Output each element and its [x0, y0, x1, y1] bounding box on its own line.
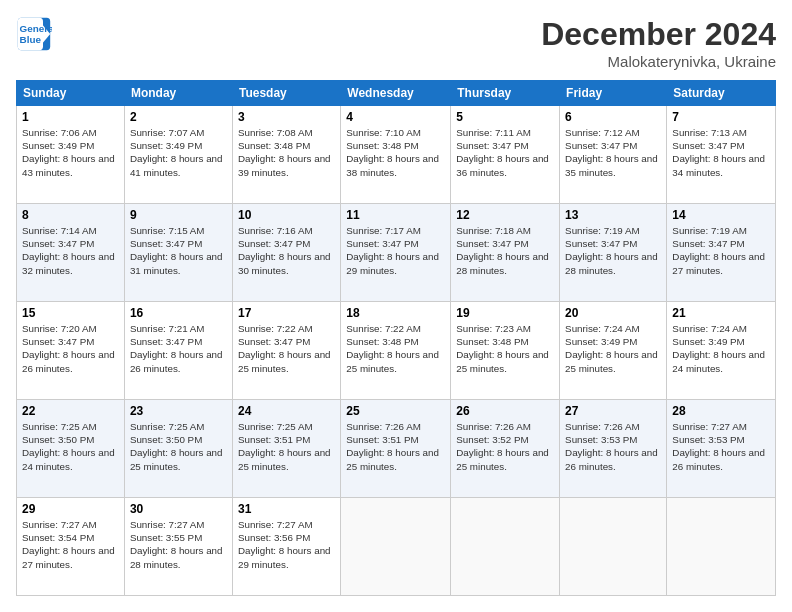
day-info: Sunrise: 7:26 AMSunset: 3:53 PMDaylight:… [565, 421, 658, 472]
day-info: Sunrise: 7:27 AMSunset: 3:54 PMDaylight:… [22, 519, 115, 570]
calendar-cell [341, 498, 451, 596]
month-title: December 2024 [541, 16, 776, 53]
day-number: 24 [238, 404, 335, 418]
day-info: Sunrise: 7:26 AMSunset: 3:52 PMDaylight:… [456, 421, 549, 472]
calendar-week-row: 22Sunrise: 7:25 AMSunset: 3:50 PMDayligh… [17, 400, 776, 498]
day-info: Sunrise: 7:16 AMSunset: 3:47 PMDaylight:… [238, 225, 331, 276]
header: General Blue December 2024 Malokateryniv… [16, 16, 776, 70]
day-info: Sunrise: 7:13 AMSunset: 3:47 PMDaylight:… [672, 127, 765, 178]
day-info: Sunrise: 7:22 AMSunset: 3:48 PMDaylight:… [346, 323, 439, 374]
day-info: Sunrise: 7:18 AMSunset: 3:47 PMDaylight:… [456, 225, 549, 276]
day-info: Sunrise: 7:11 AMSunset: 3:47 PMDaylight:… [456, 127, 549, 178]
day-info: Sunrise: 7:08 AMSunset: 3:48 PMDaylight:… [238, 127, 331, 178]
day-number: 17 [238, 306, 335, 320]
calendar-cell: 16Sunrise: 7:21 AMSunset: 3:47 PMDayligh… [124, 302, 232, 400]
logo-icon: General Blue [16, 16, 52, 52]
calendar-cell: 27Sunrise: 7:26 AMSunset: 3:53 PMDayligh… [560, 400, 667, 498]
day-number: 27 [565, 404, 661, 418]
calendar-cell: 17Sunrise: 7:22 AMSunset: 3:47 PMDayligh… [232, 302, 340, 400]
day-info: Sunrise: 7:07 AMSunset: 3:49 PMDaylight:… [130, 127, 223, 178]
day-info: Sunrise: 7:19 AMSunset: 3:47 PMDaylight:… [565, 225, 658, 276]
calendar-week-row: 15Sunrise: 7:20 AMSunset: 3:47 PMDayligh… [17, 302, 776, 400]
calendar-week-row: 8Sunrise: 7:14 AMSunset: 3:47 PMDaylight… [17, 204, 776, 302]
day-number: 1 [22, 110, 119, 124]
col-saturday: Saturday [667, 81, 776, 106]
day-number: 2 [130, 110, 227, 124]
calendar-cell: 31Sunrise: 7:27 AMSunset: 3:56 PMDayligh… [232, 498, 340, 596]
calendar-cell: 25Sunrise: 7:26 AMSunset: 3:51 PMDayligh… [341, 400, 451, 498]
calendar-cell: 20Sunrise: 7:24 AMSunset: 3:49 PMDayligh… [560, 302, 667, 400]
day-info: Sunrise: 7:12 AMSunset: 3:47 PMDaylight:… [565, 127, 658, 178]
col-wednesday: Wednesday [341, 81, 451, 106]
day-number: 14 [672, 208, 770, 222]
day-info: Sunrise: 7:14 AMSunset: 3:47 PMDaylight:… [22, 225, 115, 276]
calendar-cell: 29Sunrise: 7:27 AMSunset: 3:54 PMDayligh… [17, 498, 125, 596]
day-number: 16 [130, 306, 227, 320]
day-number: 10 [238, 208, 335, 222]
day-number: 30 [130, 502, 227, 516]
location: Malokaterynivka, Ukraine [541, 53, 776, 70]
day-info: Sunrise: 7:20 AMSunset: 3:47 PMDaylight:… [22, 323, 115, 374]
day-info: Sunrise: 7:23 AMSunset: 3:48 PMDaylight:… [456, 323, 549, 374]
day-number: 8 [22, 208, 119, 222]
day-number: 13 [565, 208, 661, 222]
day-info: Sunrise: 7:27 AMSunset: 3:53 PMDaylight:… [672, 421, 765, 472]
calendar-header-row: Sunday Monday Tuesday Wednesday Thursday… [17, 81, 776, 106]
calendar-cell: 8Sunrise: 7:14 AMSunset: 3:47 PMDaylight… [17, 204, 125, 302]
calendar-cell: 21Sunrise: 7:24 AMSunset: 3:49 PMDayligh… [667, 302, 776, 400]
calendar-week-row: 29Sunrise: 7:27 AMSunset: 3:54 PMDayligh… [17, 498, 776, 596]
calendar-table: Sunday Monday Tuesday Wednesday Thursday… [16, 80, 776, 596]
calendar-cell: 23Sunrise: 7:25 AMSunset: 3:50 PMDayligh… [124, 400, 232, 498]
day-info: Sunrise: 7:25 AMSunset: 3:50 PMDaylight:… [130, 421, 223, 472]
day-info: Sunrise: 7:27 AMSunset: 3:55 PMDaylight:… [130, 519, 223, 570]
calendar-week-row: 1Sunrise: 7:06 AMSunset: 3:49 PMDaylight… [17, 106, 776, 204]
day-number: 25 [346, 404, 445, 418]
logo: General Blue [16, 16, 56, 52]
day-info: Sunrise: 7:26 AMSunset: 3:51 PMDaylight:… [346, 421, 439, 472]
calendar-cell: 10Sunrise: 7:16 AMSunset: 3:47 PMDayligh… [232, 204, 340, 302]
day-number: 31 [238, 502, 335, 516]
day-number: 3 [238, 110, 335, 124]
day-number: 29 [22, 502, 119, 516]
day-number: 6 [565, 110, 661, 124]
calendar-cell: 3Sunrise: 7:08 AMSunset: 3:48 PMDaylight… [232, 106, 340, 204]
col-friday: Friday [560, 81, 667, 106]
calendar-cell: 11Sunrise: 7:17 AMSunset: 3:47 PMDayligh… [341, 204, 451, 302]
day-number: 23 [130, 404, 227, 418]
day-number: 21 [672, 306, 770, 320]
svg-text:Blue: Blue [20, 34, 42, 45]
calendar-cell: 6Sunrise: 7:12 AMSunset: 3:47 PMDaylight… [560, 106, 667, 204]
calendar-cell: 13Sunrise: 7:19 AMSunset: 3:47 PMDayligh… [560, 204, 667, 302]
calendar-cell: 19Sunrise: 7:23 AMSunset: 3:48 PMDayligh… [451, 302, 560, 400]
calendar-cell: 30Sunrise: 7:27 AMSunset: 3:55 PMDayligh… [124, 498, 232, 596]
day-number: 7 [672, 110, 770, 124]
day-number: 12 [456, 208, 554, 222]
day-info: Sunrise: 7:19 AMSunset: 3:47 PMDaylight:… [672, 225, 765, 276]
calendar-cell [560, 498, 667, 596]
day-number: 19 [456, 306, 554, 320]
day-info: Sunrise: 7:22 AMSunset: 3:47 PMDaylight:… [238, 323, 331, 374]
calendar-cell: 4Sunrise: 7:10 AMSunset: 3:48 PMDaylight… [341, 106, 451, 204]
day-number: 5 [456, 110, 554, 124]
day-info: Sunrise: 7:06 AMSunset: 3:49 PMDaylight:… [22, 127, 115, 178]
col-tuesday: Tuesday [232, 81, 340, 106]
calendar-cell [451, 498, 560, 596]
day-info: Sunrise: 7:24 AMSunset: 3:49 PMDaylight:… [565, 323, 658, 374]
day-number: 9 [130, 208, 227, 222]
svg-text:General: General [20, 23, 52, 34]
calendar-cell: 2Sunrise: 7:07 AMSunset: 3:49 PMDaylight… [124, 106, 232, 204]
day-number: 22 [22, 404, 119, 418]
calendar-cell: 7Sunrise: 7:13 AMSunset: 3:47 PMDaylight… [667, 106, 776, 204]
day-number: 18 [346, 306, 445, 320]
calendar-cell: 22Sunrise: 7:25 AMSunset: 3:50 PMDayligh… [17, 400, 125, 498]
day-number: 4 [346, 110, 445, 124]
calendar-cell: 15Sunrise: 7:20 AMSunset: 3:47 PMDayligh… [17, 302, 125, 400]
calendar-cell [667, 498, 776, 596]
calendar-cell: 28Sunrise: 7:27 AMSunset: 3:53 PMDayligh… [667, 400, 776, 498]
day-info: Sunrise: 7:10 AMSunset: 3:48 PMDaylight:… [346, 127, 439, 178]
day-info: Sunrise: 7:27 AMSunset: 3:56 PMDaylight:… [238, 519, 331, 570]
day-number: 26 [456, 404, 554, 418]
col-sunday: Sunday [17, 81, 125, 106]
day-number: 20 [565, 306, 661, 320]
day-info: Sunrise: 7:17 AMSunset: 3:47 PMDaylight:… [346, 225, 439, 276]
